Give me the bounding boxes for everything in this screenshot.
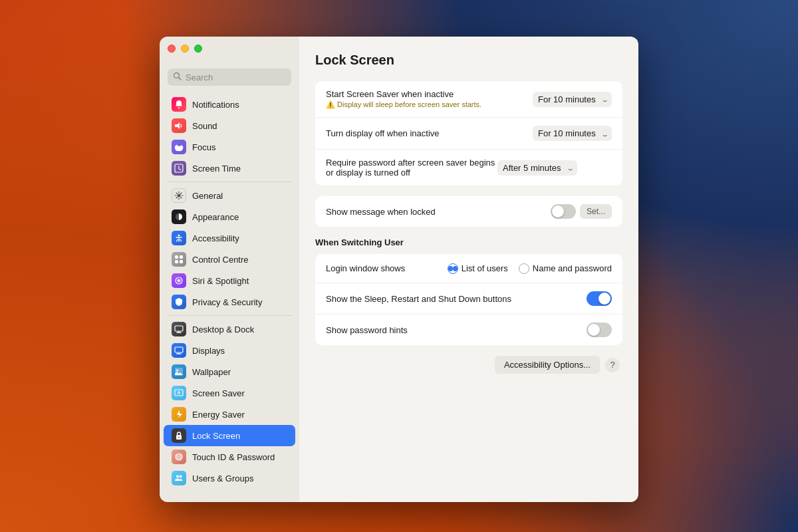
screensaver-select[interactable]: For 10 minutes [533, 92, 612, 107]
notifications-icon [172, 97, 186, 112]
controlcentre-label: Control Centre [192, 255, 249, 265]
settings-row-sleep-restart: Show the Sleep, Restart and Shut Down bu… [315, 283, 622, 315]
screentime-icon [172, 161, 186, 176]
svg-point-22 [178, 391, 181, 394]
users-label: Users & Groups [192, 473, 253, 483]
sidebar-item-siri[interactable]: Siri & Spotlight [164, 270, 295, 291]
sidebar-item-appearance[interactable]: Appearance [164, 206, 295, 227]
svg-point-28 [176, 475, 179, 478]
privacy-label: Privacy & Security [192, 297, 262, 307]
maximize-button[interactable] [194, 45, 202, 53]
sidebar-item-screensaver[interactable]: Screen Saver [164, 382, 295, 404]
focus-icon [172, 140, 186, 154]
svg-point-29 [180, 475, 182, 478]
touchid-label: Touch ID & Password [192, 452, 275, 462]
settings-window: Notifications Sound [160, 37, 638, 502]
screensaver-label: Screen Saver [192, 388, 245, 398]
sleep-restart-label: Show the Sleep, Restart and Shut Down bu… [326, 294, 587, 304]
notifications-label: Notifications [192, 100, 239, 110]
sidebar-item-desktop[interactable]: Desktop & Dock [164, 319, 295, 340]
divider-1 [168, 182, 291, 182]
show-message-control: Set... [551, 204, 612, 219]
login-window-radio-group: List of users Name and password [448, 263, 612, 274]
close-button[interactable] [168, 45, 176, 53]
sidebar-item-wallpaper[interactable]: Wallpaper [164, 361, 295, 382]
svg-point-4 [178, 194, 181, 198]
display-off-control: For 10 minutes [533, 126, 612, 141]
require-password-select[interactable]: After 5 minutes [497, 160, 577, 176]
lockscreen-icon [172, 428, 186, 443]
sidebar-item-displays[interactable]: Displays [164, 340, 295, 361]
sidebar-item-touchid[interactable]: Touch ID & Password [164, 446, 295, 467]
sidebar-item-sound[interactable]: Sound [164, 115, 295, 136]
sleep-restart-toggle[interactable] [587, 291, 612, 306]
svg-marker-2 [175, 122, 180, 129]
energysaver-label: Energy Saver [192, 410, 245, 420]
svg-line-1 [179, 78, 182, 80]
display-off-select-wrapper: For 10 minutes [533, 126, 612, 141]
controlcentre-icon [172, 252, 186, 267]
settings-group-2: Show message when locked Set... [315, 196, 622, 227]
users-icon [172, 471, 186, 485]
appearance-label: Appearance [192, 212, 239, 222]
set-button[interactable]: Set... [580, 204, 612, 219]
switching-user-header: When Switching User [315, 237, 622, 247]
bottom-row: Accessibility Options... ? [315, 356, 622, 374]
sidebar-item-general[interactable]: General [164, 185, 295, 206]
display-off-select[interactable]: For 10 minutes [533, 126, 612, 141]
search-icon [173, 72, 182, 82]
show-message-toggle[interactable] [551, 204, 576, 219]
desktop-label: Desktop & Dock [192, 325, 254, 334]
sidebar-item-focus[interactable]: Focus [164, 136, 295, 158]
sidebar-item-privacy[interactable]: Privacy & Security [164, 291, 295, 313]
general-label: General [192, 191, 223, 201]
privacy-icon [172, 295, 186, 309]
wallpaper-icon [172, 364, 186, 379]
sidebar-section-1: Notifications Sound [160, 94, 299, 179]
general-icon [172, 188, 186, 203]
screensaver-select-wrapper: For 10 minutes [533, 92, 612, 107]
password-hints-control [587, 323, 612, 337]
sidebar-item-notifications[interactable]: Notifications [164, 94, 295, 115]
warning-icon: ⚠️ [326, 100, 335, 108]
accessibility-options-button[interactable]: Accessibility Options... [495, 356, 600, 374]
svg-rect-24 [178, 437, 180, 438]
radio-list-label: List of users [462, 263, 508, 273]
siri-label: Siri & Spotlight [192, 276, 249, 286]
minimize-button[interactable] [181, 45, 189, 53]
settings-row-display-off: Turn display off when inactive For 10 mi… [315, 118, 622, 150]
svg-rect-10 [180, 260, 183, 263]
radio-name-and-password[interactable]: Name and password [519, 263, 612, 274]
radio-list-of-users[interactable]: List of users [448, 263, 508, 274]
accessibility-label: Accessibility [192, 233, 239, 243]
screensaver-label-text: Start Screen Saver when inactive ⚠️ Disp… [326, 89, 533, 109]
radio-name-label: Name and password [533, 263, 612, 273]
sidebar-item-users[interactable]: Users & Groups [164, 467, 295, 489]
settings-group-1: Start Screen Saver when inactive ⚠️ Disp… [315, 81, 622, 186]
svg-point-6 [178, 235, 180, 237]
screentime-label: Screen Time [192, 164, 241, 174]
help-button[interactable]: ? [605, 358, 620, 372]
focus-label: Focus [192, 142, 215, 152]
require-password-label: Require password after screen saver begi… [326, 158, 497, 178]
settings-row-screensaver: Start Screen Saver when inactive ⚠️ Disp… [315, 81, 622, 118]
svg-rect-14 [175, 326, 183, 331]
radio-circle-name [519, 263, 529, 274]
sidebar-item-energysaver[interactable]: Energy Saver [164, 404, 295, 425]
touchid-icon [172, 450, 186, 464]
settings-row-require-password: Require password after screen saver begi… [315, 150, 622, 186]
settings-group-switching-user: Login window shows List of users Name an… [315, 254, 622, 345]
svg-rect-9 [175, 260, 178, 263]
settings-row-login-window: Login window shows List of users Name an… [315, 254, 622, 283]
search-input[interactable] [186, 72, 286, 82]
lockscreen-label: Lock Screen [192, 431, 240, 441]
settings-row-password-hints: Show password hints [315, 315, 622, 345]
sidebar-item-screentime[interactable]: Screen Time [164, 158, 295, 179]
screensaver-control: For 10 minutes [533, 92, 612, 107]
sidebar-item-controlcentre[interactable]: Control Centre [164, 249, 295, 270]
search-box[interactable] [168, 68, 291, 86]
password-hints-toggle[interactable] [587, 323, 612, 337]
sidebar-item-lockscreen[interactable]: Lock Screen [164, 425, 295, 446]
divider-2 [168, 315, 291, 316]
sidebar-item-accessibility[interactable]: Accessibility [164, 227, 295, 249]
